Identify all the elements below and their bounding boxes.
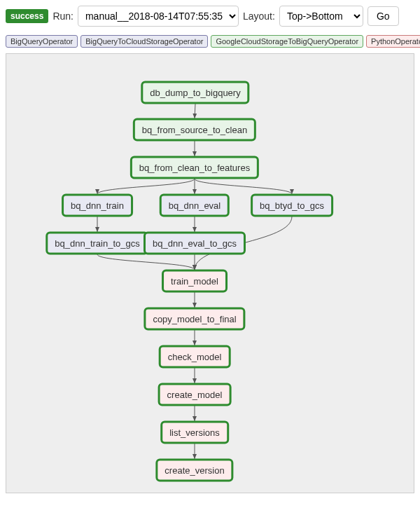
legend: BigQueryOperatorBigQueryToCloudStorageOp… bbox=[6, 35, 414, 48]
task-node-check-model[interactable]: check_model bbox=[159, 345, 231, 369]
task-node-copy-model-to-final[interactable]: copy_model_to_final bbox=[144, 308, 245, 331]
legend-item[interactable]: GoogleCloudStorageToBigQueryOperator bbox=[211, 35, 363, 48]
task-node-bq-dnn-train-to-gcs[interactable]: bq_dnn_train_to_gcs bbox=[46, 232, 148, 255]
edge bbox=[97, 179, 195, 194]
go-button[interactable]: Go bbox=[368, 6, 399, 26]
task-node-bq-from-source-to-clean[interactable]: bq_from_source_to_clean bbox=[133, 118, 256, 142]
task-node-create-version[interactable]: create_version bbox=[155, 459, 233, 482]
edge bbox=[195, 179, 292, 194]
task-node-bq-btyd-to-gcs[interactable]: bq_btyd_to_gcs bbox=[251, 194, 333, 217]
task-node-list-versions[interactable]: list_versions bbox=[160, 421, 229, 444]
task-node-db-dump-to-bigquery[interactable]: db_dump_to_bigquery bbox=[141, 81, 249, 104]
layout-select[interactable]: Top->Bottom bbox=[279, 6, 363, 27]
edge bbox=[97, 254, 195, 270]
task-node-train-model[interactable]: train_model bbox=[162, 270, 227, 293]
task-node-bq-from-clean-to-features[interactable]: bq_from_clean_to_features bbox=[130, 156, 259, 179]
task-node-create-model[interactable]: create_model bbox=[158, 383, 232, 406]
run-label: Run: bbox=[52, 11, 74, 22]
task-node-bq-dnn-eval[interactable]: bq_dnn_eval bbox=[160, 194, 230, 217]
task-node-bq-dnn-eval-to-gcs[interactable]: bq_dnn_eval_to_gcs bbox=[144, 232, 246, 255]
task-node-bq-dnn-train[interactable]: bq_dnn_train bbox=[62, 194, 133, 217]
status-badge: success bbox=[6, 9, 48, 23]
topbar: success Run: manual__2018-08-14T07:55:35… bbox=[6, 6, 414, 27]
legend-item[interactable]: BigQueryOperator bbox=[6, 35, 78, 48]
legend-item[interactable]: BigQueryToCloudStorageOperator bbox=[80, 35, 208, 48]
run-select[interactable]: manual__2018-08-14T07:55:35 bbox=[78, 6, 239, 27]
edge bbox=[195, 104, 195, 118]
layout-label: Layout: bbox=[243, 11, 275, 22]
legend-item[interactable]: PythonOperator bbox=[366, 35, 420, 48]
graph-canvas[interactable]: db_dump_to_bigquerybq_from_source_to_cle… bbox=[6, 53, 414, 493]
